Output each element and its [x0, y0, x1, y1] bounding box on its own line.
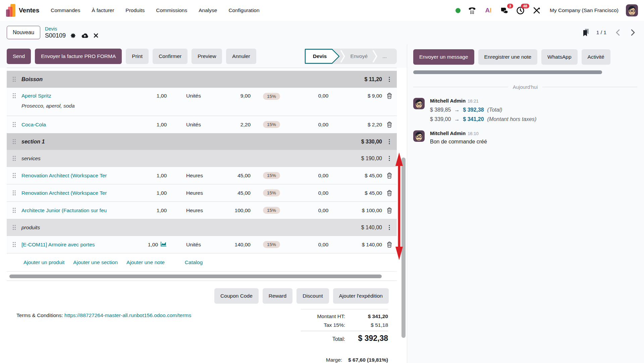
delete-line-icon[interactable]	[382, 122, 397, 128]
product-link[interactable]: Coca-Cola	[21, 122, 46, 127]
vertical-scrollbar[interactable]	[401, 158, 406, 338]
add-note-link[interactable]: Ajouter une note	[126, 259, 165, 265]
section-row[interactable]: Boisson $ 11,20 ⋮	[7, 71, 397, 88]
ai-assistant-icon[interactable]: AI	[484, 6, 493, 15]
whatsapp-button[interactable]: WhatsApp	[541, 49, 578, 65]
chatter-message[interactable]: Mitchell Admin16:21 $ 389,85→ $ 392,38 (…	[413, 98, 637, 122]
unit-price-value[interactable]: 45,00	[210, 173, 251, 179]
add-section-link[interactable]: Ajouter une section	[73, 259, 118, 265]
menu-item-5[interactable]: Configuration	[228, 7, 259, 13]
kebab-menu-icon[interactable]: ⋮	[382, 155, 397, 162]
quantity-value[interactable]: 1,00	[157, 173, 167, 179]
odoo-app-logo-icon[interactable]	[6, 4, 15, 17]
presence-status-icon[interactable]	[455, 8, 461, 13]
state-step-envoye[interactable]: Envoyé	[345, 53, 372, 59]
quantity-value[interactable]: 1,00	[157, 190, 167, 196]
delete-line-icon[interactable]	[382, 207, 397, 214]
uom-value[interactable]: Unités	[167, 88, 210, 99]
tax-badge[interactable]: 15%	[263, 207, 280, 214]
activities-clock-icon[interactable]: 48	[516, 6, 525, 15]
drag-handle-icon[interactable]	[7, 190, 21, 196]
messages-icon[interactable]: 3	[500, 6, 509, 15]
product-line-row[interactable]: [E-COM11] Armoire avec portes 1,00 Unité…	[7, 236, 397, 253]
delete-line-icon[interactable]	[382, 173, 397, 179]
promo-button-0[interactable]: Coupon Code	[214, 288, 259, 304]
delete-line-icon[interactable]	[382, 88, 397, 99]
print-button[interactable]: Print	[126, 49, 149, 64]
chatter-message[interactable]: Mitchell Admin16:10Bon de commande créé	[413, 130, 637, 145]
delete-line-icon[interactable]	[382, 190, 397, 196]
table-horizontal-scrollbar[interactable]	[9, 275, 382, 278]
send-button[interactable]: Send	[7, 49, 31, 64]
promo-button-2[interactable]: Discount	[297, 288, 329, 304]
menu-item-3[interactable]: Commissions	[156, 7, 187, 13]
product-link[interactable]: [E-COM11] Armoire avec portes	[21, 242, 95, 247]
new-button[interactable]: Nouveau	[7, 26, 40, 39]
discount-value[interactable]: 0,00	[281, 122, 328, 128]
menu-item-1[interactable]: À facturer	[92, 7, 114, 13]
voip-phone-icon[interactable]	[468, 6, 477, 15]
tax-badge[interactable]: 15%	[263, 241, 280, 248]
kebab-menu-icon[interactable]: ⋮	[382, 76, 397, 83]
unit-price-value[interactable]: 9,00	[210, 88, 251, 99]
drag-handle-icon[interactable]	[7, 122, 21, 127]
discount-value[interactable]: 0,00	[281, 173, 328, 179]
activity-button[interactable]: Activité	[582, 49, 610, 65]
product-line-row[interactable]: Architecte Junior (Facturation sur feu 1…	[7, 202, 397, 219]
discount-value[interactable]: 0,00	[281, 207, 328, 214]
confirm-button[interactable]: Confirmer	[153, 49, 187, 64]
bookmark-icon[interactable]	[582, 28, 590, 37]
drag-handle-icon[interactable]	[7, 242, 21, 247]
add-product-link[interactable]: Ajouter un produit	[23, 259, 64, 265]
promo-button-1[interactable]: Reward	[263, 288, 292, 304]
section-row[interactable]: services $ 190,00 ⋮	[7, 150, 397, 167]
drag-handle-icon[interactable]	[7, 139, 21, 144]
tax-badge[interactable]: 15%	[263, 121, 280, 128]
unit-price-value[interactable]: 45,00	[210, 190, 251, 196]
app-brand[interactable]: Ventes	[19, 7, 39, 14]
uom-value[interactable]: Heures	[167, 207, 210, 214]
state-step-devis[interactable]: Devis	[305, 49, 340, 64]
promo-button-3[interactable]: Ajouter l'expédition	[333, 288, 389, 304]
cancel-button[interactable]: Annuler	[226, 49, 256, 64]
menu-item-0[interactable]: Commandes	[51, 7, 80, 13]
preview-button[interactable]: Preview	[192, 49, 222, 64]
send-message-button[interactable]: Envoyer un message	[413, 49, 474, 65]
product-link[interactable]: Aperol Spritz	[21, 93, 51, 99]
kebab-menu-icon[interactable]: ⋮	[382, 224, 397, 231]
discount-value[interactable]: 0,00	[281, 88, 328, 99]
delete-line-icon[interactable]	[382, 242, 397, 248]
forecast-chart-icon[interactable]	[160, 241, 167, 248]
pager-previous-icon[interactable]	[613, 28, 622, 37]
tax-badge[interactable]: 15%	[263, 93, 280, 100]
product-link[interactable]: Renovation Architect (Workspace Ter	[21, 173, 107, 178]
catalog-link[interactable]: Catalog	[185, 259, 203, 265]
unit-price-value[interactable]: 2,20	[210, 122, 251, 128]
tax-badge[interactable]: 15%	[263, 172, 280, 179]
product-line-row[interactable]: Renovation Architect (Workspace Ter 1,00…	[7, 167, 397, 184]
tax-badge[interactable]: 15%	[263, 189, 280, 196]
drag-handle-icon[interactable]	[7, 173, 21, 178]
drag-handle-icon[interactable]	[7, 225, 21, 230]
breadcrumb-parent-link[interactable]: Devis	[45, 26, 98, 32]
section-row[interactable]: section 1 $ 330,00 ⋮	[7, 133, 397, 150]
drag-handle-icon[interactable]	[7, 88, 21, 99]
uom-value[interactable]: Unités	[167, 122, 210, 128]
unit-price-value[interactable]: 140,00	[210, 242, 251, 248]
quantity-value[interactable]: 1,00	[157, 207, 167, 214]
quantity-value[interactable]: 1,00	[157, 122, 167, 128]
terms-link[interactable]: https://88727264-master-all.runbot156.od…	[64, 312, 191, 318]
drag-handle-icon[interactable]	[7, 156, 21, 161]
section-row[interactable]: produits $ 140,00 ⋮	[7, 219, 397, 236]
log-note-button[interactable]: Enregistrer une note	[478, 49, 537, 65]
user-avatar[interactable]	[626, 4, 638, 16]
cloud-save-icon[interactable]	[81, 33, 89, 39]
product-link[interactable]: Renovation Architect (Workspace Ter	[21, 190, 107, 196]
drag-handle-icon[interactable]	[7, 207, 21, 213]
send-proforma-button[interactable]: Envoyer la facture PRO FORMA	[35, 49, 122, 64]
settings-gear-icon[interactable]	[70, 33, 76, 39]
discount-value[interactable]: 0,00	[281, 190, 328, 196]
uom-value[interactable]: Heures	[167, 173, 210, 179]
quantity-value[interactable]: 1,00	[148, 242, 158, 248]
company-switcher[interactable]: My Company (San Francisco)	[550, 7, 619, 13]
